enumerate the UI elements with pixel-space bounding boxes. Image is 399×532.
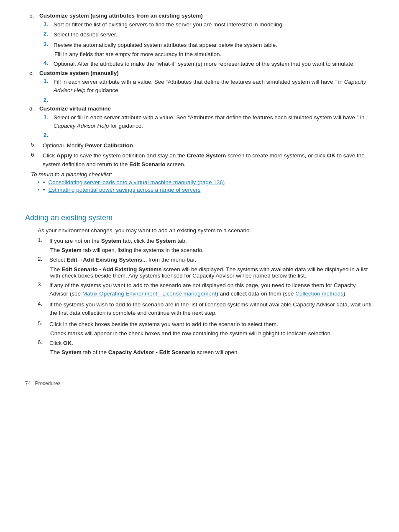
step-c1-num: 1.	[43, 78, 51, 95]
step-b2-num: 2.	[43, 31, 51, 39]
item-letter-c: c.	[29, 70, 35, 76]
add-step1-num: 1.	[38, 237, 47, 245]
planning-bullets: • Consolidating server loads onto a virt…	[38, 179, 374, 193]
step-b2-row: 2. Select the desired server.	[43, 31, 374, 39]
add-step5-text: Click in the check boxes beside the syst…	[49, 320, 374, 329]
step-b3-row: 3. Review the automatically populated sy…	[43, 41, 374, 49]
step-c1-text: Fill in each server attribute with a val…	[54, 78, 374, 95]
add-step-1: 1. If you are not on the System tab, cli…	[38, 237, 374, 245]
customize-manual-item: c. Customize system (manually)	[29, 70, 374, 76]
step5-num: 5.	[31, 141, 40, 150]
step-b4-text: Optional. Alter the attributes to make t…	[54, 60, 374, 68]
step-b1-text: Sort or filter the list of existing serv…	[54, 21, 374, 29]
bullet-icon-2: •	[43, 187, 45, 193]
customize-vm-item: d. Customize virtual machine	[29, 105, 374, 112]
bullet-icon-1: •	[43, 179, 45, 185]
item-label-c: Customize system (manually)	[39, 70, 119, 76]
step-b3-text: Review the automatically populated syste…	[54, 41, 374, 49]
step-d1-text: Select or fill in each server attribute …	[54, 113, 374, 131]
adding-intro: As your environment changes, you may wan…	[38, 226, 374, 235]
item-d-steps: 1. Select or fill in each server attribu…	[43, 113, 374, 139]
step6-text: Click Apply to save the system definitio…	[43, 152, 374, 169]
add-step6-num: 6.	[38, 339, 47, 347]
add-step2-sub: The Edit Scenario - Add Existing Systems…	[50, 266, 374, 279]
add-step-2: 2. Select Edit→Add Existing Systems... f…	[38, 256, 374, 264]
footer-label: Procedures	[35, 380, 60, 386]
add-step4-num: 4.	[38, 301, 47, 318]
add-step5-num: 5.	[38, 320, 47, 329]
step-b4-row: 4. Optional. Alter the attributes to mak…	[43, 60, 374, 68]
add-step2-text: Select Edit→Add Existing Systems... from…	[49, 256, 374, 264]
main-step-5: 5. Optional. Modify Power Calibration.	[31, 141, 374, 150]
step-b1-row: 1. Sort or filter the list of existing s…	[43, 21, 374, 29]
add-step3-num: 3.	[38, 281, 47, 298]
add-step-6: 6. Click OK.	[38, 339, 374, 347]
bullet-2-text: Estimating potential power savings acros…	[48, 187, 200, 193]
main-step-6: 6. Click Apply to save the system defini…	[31, 152, 374, 169]
item-label-b: Customize system (using attributes from …	[39, 13, 203, 19]
add-step6-sub: The System tab of the Capacity Advisor -…	[50, 349, 374, 355]
add-step2-num: 2.	[38, 256, 47, 264]
step-d1-num: 1.	[43, 113, 51, 131]
add-step6-text: Click OK.	[49, 339, 374, 347]
page-footer: 74 Procedures	[25, 380, 374, 386]
add-step-4: 4. If the systems you wish to add to the…	[38, 301, 374, 318]
return-label: To return to a planning checklist:	[31, 171, 374, 177]
footer-page-num: 74	[25, 380, 31, 386]
add-step-5: 5. Click in the check boxes beside the s…	[38, 320, 374, 329]
add-step4-text: If the systems you wish to add to the sc…	[49, 301, 374, 318]
step-b4-num: 4.	[43, 60, 51, 68]
add-step3-text: If any of the systems you want to add to…	[49, 281, 374, 298]
step-c2-blank: 2.	[43, 97, 374, 103]
top-content: b. Customize system (using attributes fr…	[25, 13, 374, 193]
item-b-steps: 1. Sort or filter the list of existing s…	[43, 21, 374, 68]
step5-text: Optional. Modify Power Calibration.	[43, 141, 374, 150]
step-c1-row: 1. Fill in each server attribute with a …	[43, 78, 374, 95]
fill-note: Fill in any fields that are empty for mo…	[54, 51, 374, 57]
item-label-d: Customize virtual machine	[39, 105, 111, 112]
adding-section: Adding an existing system As your enviro…	[25, 199, 374, 355]
adding-section-content: As your environment changes, you may wan…	[38, 226, 374, 355]
step-b1-num: 1.	[43, 21, 51, 29]
item-letter-d: d.	[29, 105, 35, 112]
step6-num: 6.	[31, 152, 40, 169]
step-b2-text: Select the desired server.	[54, 31, 374, 39]
add-step5-sub: Check marks will appear in the check box…	[50, 330, 374, 337]
add-step1-sub: The System tab will open, listing the sy…	[50, 247, 374, 253]
customize-existing-item: b. Customize system (using attributes fr…	[29, 13, 374, 19]
item-letter-b: b.	[29, 13, 35, 19]
step-b3-num: 3.	[43, 41, 51, 49]
bullet-1: • Consolidating server loads onto a virt…	[38, 179, 374, 185]
step-d2-blank: 2.	[43, 132, 374, 138]
main-steps: 5. Optional. Modify Power Calibration. 6…	[31, 141, 374, 169]
bullet-2: • Estimating potential power savings acr…	[38, 187, 374, 193]
add-step1-text: If you are not on the System tab, click …	[49, 237, 374, 245]
page: b. Customize system (using attributes fr…	[0, 0, 399, 403]
bullet-1-text: Consolidating server loads onto a virtua…	[48, 179, 225, 185]
step-d1-row: 1. Select or fill in each server attribu…	[43, 113, 374, 131]
adding-section-heading: Adding an existing system	[25, 213, 374, 222]
add-step-3: 3. If any of the systems you want to add…	[38, 281, 374, 298]
item-c-steps: 1. Fill in each server attribute with a …	[43, 78, 374, 103]
